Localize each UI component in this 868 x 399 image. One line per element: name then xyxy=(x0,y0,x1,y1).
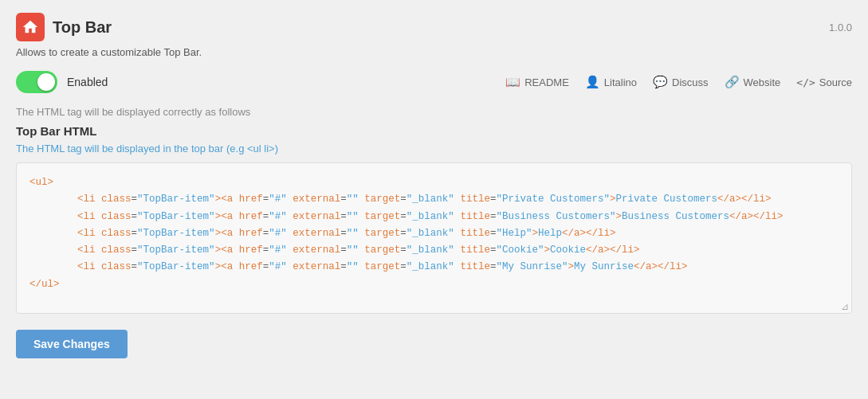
app-icon xyxy=(16,13,45,41)
links-group: 📖 README 👤 Litalino 💬 Discuss 🔗 Website … xyxy=(505,75,852,89)
code-area-wrapper: <ul> <li class="TopBar-item"><a href="#"… xyxy=(16,162,852,314)
discuss-link[interactable]: 💬 Discuss xyxy=(653,75,709,89)
home-icon xyxy=(22,18,39,36)
version-badge: 1.0.0 xyxy=(829,22,852,33)
source-icon: </> xyxy=(796,76,815,88)
save-changes-button[interactable]: Save Changes xyxy=(16,330,128,358)
toggle-row: Enabled 📖 README 👤 Litalino 💬 Discuss 🔗 … xyxy=(16,71,852,93)
subtitle: Allows to create a customizable Top Bar. xyxy=(16,46,852,58)
litalino-link[interactable]: 👤 Litalino xyxy=(585,75,637,89)
enabled-toggle[interactable] xyxy=(16,71,57,93)
source-label: Source xyxy=(819,76,852,88)
page-container: Top Bar 1.0.0 Allows to create a customi… xyxy=(0,0,868,371)
litalino-icon: 👤 xyxy=(585,75,600,89)
website-label: Website xyxy=(744,76,781,88)
discuss-icon: 💬 xyxy=(653,75,668,89)
discuss-label: Discuss xyxy=(672,76,709,88)
section-hint: The HTML tag will be displayed correctly… xyxy=(16,106,852,118)
readme-icon: 📖 xyxy=(505,75,520,89)
header-row: Top Bar 1.0.0 xyxy=(16,13,852,41)
field-hint: The HTML tag will be displayed in the to… xyxy=(16,143,852,155)
website-link[interactable]: 🔗 Website xyxy=(725,75,781,89)
toggle-left: Enabled xyxy=(16,71,108,93)
litalino-label: Litalino xyxy=(604,76,637,88)
readme-link[interactable]: 📖 README xyxy=(505,75,569,89)
readme-label: README xyxy=(524,76,569,88)
code-editor[interactable]: <ul> <li class="TopBar-item"><a href="#"… xyxy=(16,162,852,314)
section-title: Top Bar HTML xyxy=(16,124,852,138)
website-icon: 🔗 xyxy=(725,75,740,89)
toggle-thumb xyxy=(37,73,55,91)
page-title: Top Bar xyxy=(53,18,112,37)
resize-handle: ⊿ xyxy=(839,301,850,312)
source-link[interactable]: </> Source xyxy=(796,76,852,88)
toggle-label: Enabled xyxy=(67,76,108,88)
title-group: Top Bar xyxy=(16,13,112,41)
